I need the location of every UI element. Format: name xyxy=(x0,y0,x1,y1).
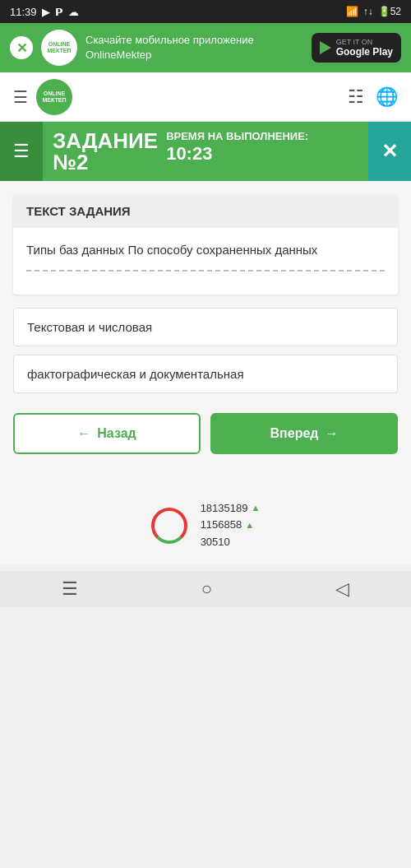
back-button[interactable]: ← Назад xyxy=(13,413,201,454)
status-left: 11:39 ▶ 𝗣 ☁ xyxy=(10,6,79,18)
notification-icon: ▶ xyxy=(42,6,50,18)
task-title-row: ЗАДАНИЕ №2 ВРЕМЯ НА ВЫПОЛНЕНИЕ: 10:23 xyxy=(53,130,358,173)
navbar: ☰ ONLINE МЕКТЕП ☷ 🌐 xyxy=(0,72,411,122)
banner-left: ✕ ONLINE МЕКТЕП Скачайте мобильное прило… xyxy=(10,30,305,66)
back-arrow-icon: ← xyxy=(77,426,90,441)
status-time: 11:39 xyxy=(10,6,37,18)
close-icon: ✕ xyxy=(381,140,398,163)
task-header: ☰ ЗАДАНИЕ №2 ВРЕМЯ НА ВЫПОЛНЕНИЕ: 10:23 … xyxy=(0,122,411,181)
google-play-button[interactable]: GET IT ON Google Play xyxy=(312,33,401,63)
stats-ring-container: 1 ▲ xyxy=(151,508,187,544)
task-time-section: ВРЕМЯ НА ВЫПОЛНЕНИЕ: 10:23 xyxy=(166,130,308,165)
nav-logo: ONLINE МЕКТЕП xyxy=(36,79,72,115)
stats-section: 1 ▲ 18135189 ▲ 1156858 ▲ 30510 xyxy=(0,487,411,564)
answer-option-1[interactable]: Текстовая и числовая xyxy=(13,308,398,346)
google-play-label: GET IT ON Google Play xyxy=(336,38,393,58)
nav-buttons: ← Назад Вперед → xyxy=(13,413,398,454)
stats-ring xyxy=(151,508,187,544)
answer-options: Текстовая и числовая фактографическая и … xyxy=(13,308,398,393)
globe-icon[interactable]: 🌐 xyxy=(376,86,398,108)
task-time-value: 10:23 xyxy=(166,143,212,165)
task-header-content: ЗАДАНИЕ №2 ВРЕМЯ НА ВЫПОЛНЕНИЕ: 10:23 xyxy=(43,122,368,181)
task-text-header: ТЕКСТ ЗАДАНИЯ xyxy=(13,194,398,228)
task-number-2: №2 xyxy=(53,151,158,173)
task-number-block: ЗАДАНИЕ №2 xyxy=(53,130,158,173)
cloud-icon: ☁ xyxy=(68,6,79,18)
bottom-nav-circle[interactable]: ○ xyxy=(201,578,212,600)
banner-text: Скачайте мобильное приложение OnlineMekt… xyxy=(85,33,305,63)
task-text-body: Типы баз данных По способу сохраненных д… xyxy=(13,228,398,295)
signal-icon: ↑↓ xyxy=(363,6,373,17)
stat-row-1: 18135189 ▲ xyxy=(201,500,261,518)
wifi-icon: 📶 xyxy=(346,6,358,17)
battery-icon: 🔋52 xyxy=(378,6,401,17)
task-menu-button[interactable]: ☰ xyxy=(0,122,43,181)
bottom-nav: ☰ ○ ◁ xyxy=(0,571,411,607)
hamburger-icon[interactable]: ☰ xyxy=(13,87,28,107)
status-bar: 11:39 ▶ 𝗣 ☁ 📶 ↑↓ 🔋52 xyxy=(0,0,411,23)
app-download-banner: ✕ ONLINE МЕКТЕП Скачайте мобильное прило… xyxy=(0,23,411,72)
pinterest-icon: 𝗣 xyxy=(55,6,63,18)
stat-row-2: 1156858 ▲ xyxy=(201,517,261,534)
grid-icon[interactable]: ☷ xyxy=(348,86,364,108)
status-right: 📶 ↑↓ 🔋52 xyxy=(346,6,401,17)
menu-icon: ☰ xyxy=(13,141,30,162)
google-play-icon xyxy=(320,41,331,54)
stat-up-2: ▲ xyxy=(245,518,254,533)
task-time-label: ВРЕМЯ НА ВЫПОЛНЕНИЕ: xyxy=(166,130,308,143)
forward-button[interactable]: Вперед → xyxy=(210,413,398,454)
navbar-right: ☷ 🌐 xyxy=(348,86,398,108)
banner-close-button[interactable]: ✕ xyxy=(10,36,33,59)
task-close-button[interactable]: ✕ xyxy=(368,122,411,181)
navbar-left: ☰ ONLINE МЕКТЕП xyxy=(13,79,72,115)
forward-arrow-icon: → xyxy=(325,426,338,441)
stats-numbers: 18135189 ▲ 1156858 ▲ 30510 xyxy=(201,500,261,551)
task-text-box: ТЕКСТ ЗАДАНИЯ Типы баз данных По способу… xyxy=(13,194,398,295)
bottom-nav-home[interactable]: ☰ xyxy=(62,578,78,600)
dashed-separator xyxy=(26,270,385,272)
stat-up-1: ▲ xyxy=(251,501,260,516)
bottom-nav-back[interactable]: ◁ xyxy=(335,578,349,600)
task-number: ЗАДАНИЕ xyxy=(53,130,158,151)
banner-logo: ONLINE МЕКТЕП xyxy=(41,30,77,66)
main-content: ТЕКСТ ЗАДАНИЯ Типы баз данных По способу… xyxy=(0,181,411,487)
answer-option-2[interactable]: фактографическая и документальная xyxy=(13,355,398,393)
stat-row-3: 30510 xyxy=(201,534,261,551)
